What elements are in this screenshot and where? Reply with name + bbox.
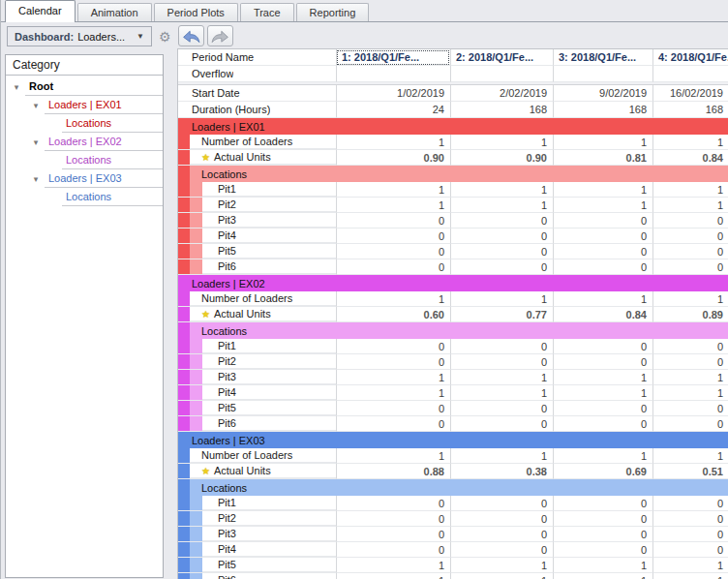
- value-cell[interactable]: 0: [336, 401, 450, 416]
- value-cell[interactable]: 1: [553, 573, 652, 579]
- sidebar-item-locations[interactable]: Locations: [6, 114, 163, 133]
- value-cell[interactable]: 1: [652, 385, 728, 401]
- tab-period-plots[interactable]: Period Plots: [154, 3, 238, 21]
- value-cell[interactable]: 0: [553, 244, 652, 259]
- value-cell[interactable]: 0: [450, 401, 553, 416]
- value-cell[interactable]: 0: [553, 213, 652, 229]
- value-cell[interactable]: 0: [336, 542, 450, 558]
- value-cell[interactable]: 0: [652, 229, 728, 244]
- value-cell[interactable]: 168: [553, 102, 652, 118]
- value-cell[interactable]: 0: [450, 339, 553, 354]
- value-cell[interactable]: 1: [450, 135, 553, 150]
- value-cell[interactable]: 1: [553, 291, 652, 307]
- gear-icon[interactable]: ⚙: [159, 30, 171, 44]
- value-cell[interactable]: 0.38: [450, 464, 553, 479]
- value-cell[interactable]: 24: [336, 102, 450, 118]
- value-cell[interactable]: 1: [652, 573, 728, 579]
- value-cell[interactable]: 1: [450, 182, 553, 198]
- sidebar-item-loaders-ex01[interactable]: ▾Loaders | EX01: [6, 96, 163, 114]
- value-cell[interactable]: 168: [652, 102, 728, 118]
- value-cell[interactable]: 0: [652, 259, 728, 275]
- value-cell[interactable]: 0: [336, 259, 450, 275]
- value-cell[interactable]: 0.84: [553, 307, 652, 322]
- tree-collapse-icon[interactable]: ▾: [8, 77, 25, 96]
- value-cell[interactable]: 0: [336, 511, 450, 527]
- value-cell[interactable]: 1: [553, 558, 652, 573]
- value-cell[interactable]: 1: [336, 385, 450, 401]
- value-cell[interactable]: 1: [450, 448, 553, 464]
- value-cell[interactable]: 0: [450, 527, 553, 542]
- value-cell[interactable]: 0: [553, 259, 652, 275]
- tree-collapse-icon[interactable]: ▾: [27, 133, 45, 151]
- value-cell[interactable]: 1: [336, 182, 450, 198]
- value-cell[interactable]: [553, 66, 652, 82]
- period-column-header[interactable]: 3: 2018/Q1/Fe...: [553, 49, 652, 66]
- value-cell[interactable]: 1: [553, 182, 652, 198]
- value-cell[interactable]: 168: [450, 102, 553, 118]
- value-cell[interactable]: 0: [336, 416, 450, 432]
- tab-trace[interactable]: Trace: [240, 3, 294, 21]
- tab-reporting[interactable]: Reporting: [296, 3, 370, 21]
- value-cell[interactable]: 1: [336, 573, 450, 579]
- value-cell[interactable]: 2/02/2019: [450, 85, 553, 102]
- value-cell[interactable]: 1: [450, 385, 553, 401]
- value-cell[interactable]: [450, 66, 553, 82]
- value-cell[interactable]: 0: [553, 496, 652, 511]
- period-column-header[interactable]: 1: 2018/Q1/Fe...: [336, 49, 450, 66]
- period-column-header[interactable]: 4: 2018/Q1/Fe...: [652, 49, 728, 66]
- value-cell[interactable]: 0.89: [652, 307, 728, 322]
- value-cell[interactable]: 1: [553, 448, 652, 464]
- value-cell[interactable]: 0: [336, 339, 450, 354]
- value-cell[interactable]: 1: [652, 135, 728, 150]
- period-column-header[interactable]: 2: 2018/Q1/Fe...: [450, 49, 553, 66]
- value-cell[interactable]: 0: [553, 339, 652, 354]
- tree-collapse-icon[interactable]: ▾: [27, 96, 45, 114]
- value-cell[interactable]: 0.51: [652, 464, 728, 479]
- undo-button[interactable]: [178, 25, 204, 46]
- value-cell[interactable]: 0: [652, 511, 728, 527]
- value-cell[interactable]: 0.84: [652, 150, 728, 166]
- value-cell[interactable]: 0: [450, 354, 553, 370]
- value-cell[interactable]: 0: [652, 213, 728, 229]
- value-cell[interactable]: 1: [652, 370, 728, 385]
- sidebar-item-locations[interactable]: Locations: [6, 188, 163, 206]
- value-cell[interactable]: 0: [450, 511, 553, 527]
- value-cell[interactable]: 0: [652, 542, 728, 558]
- sidebar-item-locations[interactable]: Locations: [6, 151, 163, 169]
- value-cell[interactable]: [336, 66, 450, 82]
- value-cell[interactable]: 0: [652, 339, 728, 354]
- value-cell[interactable]: 0.69: [553, 464, 652, 479]
- locations-header-row[interactable]: Locations: [178, 479, 728, 496]
- sidebar-item-root[interactable]: ▾Root: [6, 77, 163, 96]
- value-cell[interactable]: 0: [336, 354, 450, 370]
- value-cell[interactable]: 0: [553, 229, 652, 244]
- value-cell[interactable]: 0.90: [450, 150, 553, 166]
- locations-header-row[interactable]: Locations: [178, 322, 728, 339]
- value-cell[interactable]: 1: [336, 291, 450, 307]
- value-cell[interactable]: 1: [450, 291, 553, 307]
- value-cell[interactable]: 0: [553, 401, 652, 416]
- value-cell[interactable]: 1: [336, 370, 450, 385]
- value-cell[interactable]: 1: [450, 573, 553, 579]
- value-cell[interactable]: 0: [553, 542, 652, 558]
- value-cell[interactable]: 1: [652, 558, 728, 573]
- value-cell[interactable]: 1: [336, 198, 450, 213]
- value-cell[interactable]: 0: [450, 244, 553, 259]
- value-cell[interactable]: 0.77: [450, 307, 553, 322]
- value-cell[interactable]: 0: [450, 416, 553, 432]
- value-cell[interactable]: 1: [450, 370, 553, 385]
- value-cell[interactable]: 16/02/2019: [652, 85, 728, 102]
- value-cell[interactable]: 0: [652, 527, 728, 542]
- dashboard-selector[interactable]: Dashboard: Loaders... ▼: [7, 26, 152, 46]
- value-cell[interactable]: 0: [450, 213, 553, 229]
- value-cell[interactable]: 0: [553, 416, 652, 432]
- value-cell[interactable]: 0.60: [336, 307, 450, 322]
- dropdown-caret-icon[interactable]: ▼: [136, 32, 144, 41]
- value-cell[interactable]: 1: [652, 448, 728, 464]
- sidebar-item-loaders-ex03[interactable]: ▾Loaders | EX03: [6, 169, 163, 188]
- section-header-loaders-ex01[interactable]: Loaders | EX01: [178, 118, 728, 135]
- section-header-loaders-ex02[interactable]: Loaders | EX02: [178, 275, 728, 291]
- value-cell[interactable]: 0: [336, 229, 450, 244]
- value-cell[interactable]: 0: [336, 527, 450, 542]
- locations-header-row[interactable]: Locations: [178, 166, 728, 182]
